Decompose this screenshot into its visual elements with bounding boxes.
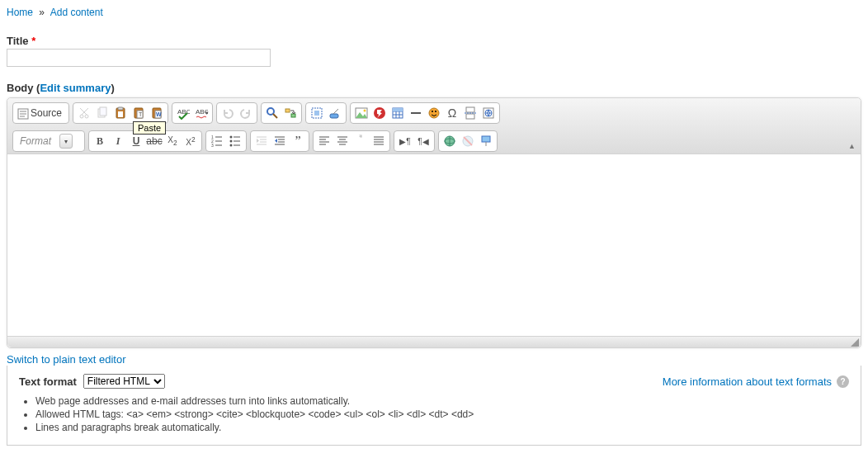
toolbar-group-select	[305, 102, 347, 124]
rtl-icon: ¶◀	[417, 137, 428, 146]
svg-text:T: T	[139, 111, 143, 117]
unlink-icon	[461, 135, 474, 148]
bullet-list-icon	[229, 135, 242, 148]
copy-icon	[96, 106, 109, 120]
svg-text:W: W	[156, 111, 162, 117]
filter-tips: Web page addresses and e-mail addresses …	[22, 395, 849, 433]
svg-rect-91	[482, 136, 490, 142]
subscript-button[interactable]: X2	[163, 132, 182, 150]
table-button[interactable]	[389, 104, 407, 122]
editor-statusbar	[7, 336, 861, 347]
pagebreak-icon	[464, 106, 477, 120]
select-all-icon	[310, 106, 323, 120]
italic-button[interactable]: I	[109, 132, 127, 150]
svg-point-55	[230, 140, 233, 143]
rtl-button[interactable]: ¶◀	[414, 132, 432, 150]
select-all-button[interactable]	[308, 104, 326, 122]
find-button[interactable]	[263, 104, 281, 122]
replace-icon	[284, 106, 297, 120]
paste-button[interactable]	[111, 104, 130, 122]
cut-button[interactable]	[75, 104, 93, 122]
spellcheck-button[interactable]: ABC	[174, 104, 192, 122]
paste-text-button[interactable]: T	[130, 104, 148, 122]
superscript-button[interactable]: X2	[182, 132, 200, 150]
ltr-icon: ▶¶	[399, 137, 410, 146]
format-combo[interactable]: Format	[15, 134, 73, 149]
remove-format-button[interactable]	[326, 104, 344, 122]
toolbar-collapse-button[interactable]: ▲	[848, 142, 856, 150]
underline-button[interactable]: U	[127, 132, 145, 150]
link-icon	[443, 135, 456, 148]
toolbar-group-align	[313, 130, 390, 152]
editor-content-area[interactable]	[7, 154, 861, 336]
svg-rect-43	[466, 114, 474, 119]
more-info-link[interactable]: More information about text formats	[663, 375, 832, 388]
svg-rect-42	[466, 107, 474, 112]
indent-button[interactable]	[271, 132, 289, 150]
image-button[interactable]	[352, 104, 370, 122]
link-button[interactable]	[441, 132, 459, 150]
blockquote-button[interactable]: ”	[289, 132, 307, 150]
svg-rect-26	[314, 111, 319, 116]
copy-button[interactable]	[93, 104, 111, 122]
text-format-label: Text format	[19, 375, 77, 388]
strike-button[interactable]: abc	[145, 132, 163, 150]
align-center-button[interactable]	[333, 132, 351, 150]
svg-point-5	[85, 115, 88, 118]
bold-button[interactable]: B	[91, 132, 109, 150]
specialchar-button[interactable]: Ω	[443, 104, 461, 122]
replace-button[interactable]	[281, 104, 300, 122]
pagebreak-button[interactable]	[461, 104, 479, 122]
help-icon[interactable]: ?	[837, 375, 849, 388]
align-right-button[interactable]	[351, 132, 370, 150]
title-field-wrapper: Title *	[7, 35, 861, 67]
remove-format-icon	[328, 106, 342, 120]
numbered-list-button[interactable]: 123	[208, 132, 226, 150]
unlink-button[interactable]	[459, 132, 477, 150]
title-input[interactable]	[7, 49, 271, 67]
undo-button[interactable]	[219, 104, 237, 122]
flash-button[interactable]	[370, 104, 389, 122]
toolbar-group-format-combo: Format	[12, 130, 85, 152]
breadcrumb-sep: »	[39, 7, 45, 18]
find-icon	[266, 106, 279, 120]
align-justify-button[interactable]	[370, 132, 388, 150]
scayt-button[interactable]: ABC▾	[192, 104, 210, 122]
hr-button[interactable]	[407, 104, 425, 122]
align-left-button[interactable]	[315, 132, 333, 150]
paste-word-button[interactable]: W	[148, 104, 166, 122]
anchor-button[interactable]	[477, 132, 495, 150]
title-label: Title *	[7, 35, 861, 47]
bullet-list-button[interactable]	[226, 132, 244, 150]
switch-plain-text-link[interactable]: Switch to plain text editor	[7, 353, 126, 366]
smiley-button[interactable]	[425, 104, 443, 122]
svg-point-41	[435, 111, 436, 112]
breadcrumb-add-content[interactable]: Add content	[50, 7, 103, 18]
resize-handle[interactable]	[849, 337, 859, 347]
indent-icon	[273, 135, 286, 148]
source-button[interactable]: Source	[15, 107, 67, 119]
bold-icon: B	[97, 135, 103, 148]
toolbar-group-undo	[216, 102, 257, 124]
align-center-icon	[336, 135, 349, 148]
edit-summary-link[interactable]: Edit summary	[40, 82, 111, 94]
outdent-button[interactable]	[252, 132, 271, 150]
svg-rect-9	[100, 107, 106, 116]
svg-point-40	[432, 111, 433, 112]
svg-line-7	[82, 108, 88, 115]
svg-point-54	[230, 136, 233, 139]
smiley-icon	[427, 106, 441, 120]
text-format-select[interactable]: Filtered HTML	[83, 374, 165, 389]
breadcrumb-home[interactable]: Home	[7, 7, 33, 18]
toolbar-group-indent: ”	[250, 130, 309, 152]
toolbar-group-insert: Ω	[350, 102, 500, 124]
flash-icon	[373, 106, 386, 120]
svg-rect-27	[330, 114, 338, 118]
toolbar-group-source: Source	[12, 102, 69, 124]
underline-icon: U	[133, 135, 140, 147]
iframe-button[interactable]	[479, 104, 498, 122]
ltr-button[interactable]: ▶¶	[396, 132, 414, 150]
redo-button[interactable]	[237, 104, 255, 122]
toolbar-group-spell: ABC ABC▾	[172, 102, 213, 124]
numbered-list-icon: 123	[210, 135, 224, 148]
